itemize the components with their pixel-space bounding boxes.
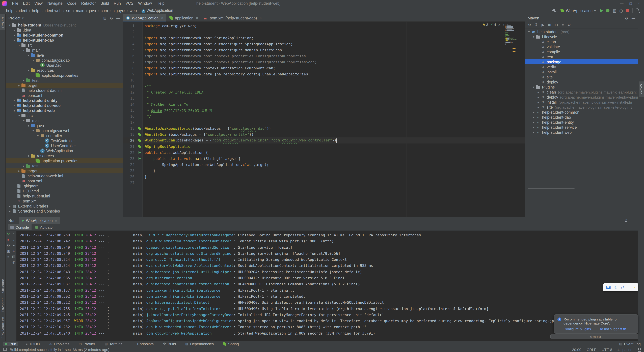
stop-icon[interactable]: ■	[8, 237, 10, 241]
expand-toggle-icon[interactable]: ▾	[26, 53, 30, 57]
menu-help[interactable]: Help	[154, 0, 167, 7]
menu-refactor[interactable]: Refactor	[79, 0, 98, 7]
tree-item-help-student[interactable]: ▾help-student D:\sszl\help-student	[6, 22, 123, 27]
maximize-button[interactable]: □	[630, 1, 632, 5]
caret-position[interactable]: 20:09	[572, 348, 581, 352]
run-tab[interactable]: WebApplication ×	[19, 217, 60, 224]
tree-item-application-properties[interactable]: application.properties	[6, 73, 123, 78]
next-issue-icon[interactable]: ∨	[502, 23, 504, 26]
tool-button-project[interactable]: Project	[0, 14, 5, 30]
project-panel-title[interactable]: Project	[8, 16, 20, 20]
code-line[interactable]: 4import org.springframework.boot.autocon…	[123, 41, 524, 47]
tool-window-button-terminal[interactable]: ▤Terminal	[102, 342, 125, 346]
expand-toggle-icon[interactable]: ▸	[17, 84, 21, 87]
tree-item-application-properties[interactable]: application.properties	[6, 158, 123, 163]
build-hammer-icon[interactable]	[552, 8, 556, 12]
code-line[interactable]: 17	[123, 119, 524, 125]
code-line[interactable]: 27	[123, 180, 524, 186]
run-gutter-icon[interactable]	[136, 156, 142, 162]
code-line[interactable]: 12 * Created By IntelliJ IDEA	[123, 89, 524, 95]
clear-icon[interactable]: ⊘	[12, 260, 15, 264]
code-line[interactable]: 19@EntityScan(basePackages = {"com.ctguy…	[123, 131, 524, 137]
expand-toggle-icon[interactable]: ▸	[12, 33, 16, 37]
tree-item-src[interactable]: ▾src	[6, 113, 123, 118]
tree-item-resources[interactable]: ▾resources	[6, 153, 123, 158]
tree-item-java[interactable]: ▾java	[6, 53, 123, 58]
tree-item-usercontroller[interactable]: UserController	[6, 143, 123, 148]
menu-file[interactable]: File	[10, 0, 21, 7]
tree-item-validate[interactable]: validate	[525, 44, 638, 49]
editor-tab-webapplication[interactable]: CWebApplication×	[123, 14, 166, 21]
code-line[interactable]: 13 *	[123, 95, 524, 101]
up-stack-icon[interactable]: ↑	[13, 232, 15, 236]
tree-item-main[interactable]: ▾main	[6, 118, 123, 123]
hide-panel-icon[interactable]: —	[632, 16, 635, 20]
expand-toggle-icon[interactable]: ▸	[17, 169, 21, 172]
switch-arrows-icon[interactable]: ⇄	[621, 285, 624, 290]
hide-panel-icon[interactable]: —	[116, 16, 120, 20]
menu-view[interactable]: View	[32, 0, 45, 7]
run-configuration-select[interactable]: WebApplication ▾	[559, 8, 597, 12]
run-goal-icon[interactable]: ▶	[542, 23, 544, 27]
input-method-popup[interactable]: En ☾ ⇄ ›	[603, 283, 638, 291]
expand-toggle-icon[interactable]: ▾	[36, 134, 40, 137]
expand-toggle-icon[interactable]: ▾	[22, 119, 26, 122]
close-button[interactable]: ×	[638, 1, 640, 5]
tree-item-install[interactable]: install	[525, 69, 638, 74]
tree-item-help-student-entity[interactable]: ▸help-student-entity	[525, 120, 638, 125]
tree-item-help-student-web[interactable]: ▾help-student-web	[6, 108, 123, 113]
expand-toggle-icon[interactable]: ▸	[22, 164, 26, 167]
expand-toggle-icon[interactable]: ▾	[31, 58, 35, 62]
expand-toggle-icon[interactable]: ▸	[22, 79, 26, 82]
tool-window-button-spring[interactable]: Spring	[221, 342, 241, 346]
tool-window-switcher-icon[interactable]	[3, 348, 7, 351]
spring-bean-gutter-icon[interactable]	[136, 125, 142, 131]
tree-item-help-student-iml[interactable]: help-student.iml	[6, 193, 123, 198]
scroll-end-icon[interactable]: ↧	[12, 249, 15, 253]
tree-item-main[interactable]: ▾main	[6, 48, 123, 53]
tree-item-site[interactable]: site	[525, 74, 638, 79]
breadcrumb-item-help-student[interactable]: help-student	[6, 8, 27, 12]
tree-item-target[interactable]: ▸target	[6, 168, 123, 173]
tree-item-pom-xml[interactable]: pom.xml	[6, 178, 123, 183]
code-line[interactable]: 5import org.springframework.boot.autocon…	[123, 47, 524, 53]
tree-item-testcontroller[interactable]: TestController	[6, 138, 123, 143]
tree-item-help-student[interactable]: ▾help-student (root)	[525, 29, 638, 34]
code-line[interactable]: 21@SpringBootApplication	[123, 143, 524, 149]
expand-toggle-icon[interactable]: ▸	[8, 204, 12, 208]
tree-item-pom-xml[interactable]: pom.xml	[6, 198, 123, 204]
tree-item-gitignore[interactable]: .gitignore	[6, 183, 123, 188]
tree-item-help-student-web-iml[interactable]: help-student-web.iml	[6, 173, 123, 178]
breadcrumb-item-main[interactable]: main	[76, 8, 84, 12]
dump-icon[interactable]: ▣	[7, 249, 10, 253]
code-line[interactable]: 3import org.springframework.boot.SpringA…	[123, 35, 524, 41]
expand-toggle-icon[interactable]: ▸	[536, 100, 540, 104]
expand-toggle-icon[interactable]: ▸	[532, 120, 536, 124]
tree-item-help-student-common[interactable]: ▸help-student-common	[525, 110, 638, 115]
spring-bean-gutter-icon[interactable]	[136, 137, 142, 143]
console-tab-console[interactable]: Console	[8, 224, 32, 230]
tree-item-site[interactable]: ▸site (org.apache.maven.plugins:maven-si…	[525, 105, 638, 110]
tree-item-help-md[interactable]: HELP.md	[6, 188, 123, 193]
expand-toggle-icon[interactable]: ▸	[536, 95, 540, 99]
settings-icon[interactable]: ⚙	[568, 23, 571, 27]
code-line[interactable]: 23 public static void main(String[] args…	[123, 156, 524, 162]
code-line[interactable]: 7import org.springframework.boot.context…	[123, 59, 524, 65]
tree-item-help-student-service[interactable]: ▸help-student-service	[525, 125, 638, 130]
tree-item-com-ctguyxr-web[interactable]: ▾com.ctguyxr.web	[6, 128, 123, 133]
expand-toggle-icon[interactable]: ▾	[12, 109, 16, 112]
download-sources-icon[interactable]: ↧	[535, 23, 538, 27]
tool-window-button-dependencies[interactable]: ▥Dependencies	[183, 342, 216, 346]
collapse-all-icon[interactable]: ⊟	[103, 16, 106, 20]
expand-all-icon[interactable]: ⊞	[548, 23, 551, 27]
tree-item-userdao[interactable]: UserDao	[6, 63, 123, 68]
tree-item-idea[interactable]: ▸.idea	[6, 27, 123, 32]
tree-item-com-ctguyxr-dao[interactable]: ▾com.ctguyxr.dao	[6, 58, 123, 63]
ime-language-label[interactable]: En	[606, 285, 611, 290]
tree-item-help-student-entity[interactable]: ▸help-student-entity	[6, 98, 123, 103]
read-only-lock-icon[interactable]	[638, 348, 641, 352]
tree-item-webapplication[interactable]: WebApplication	[6, 148, 123, 153]
tree-item-test[interactable]: test	[525, 54, 638, 59]
inspections-widget[interactable]: A 2 ✓ 4 ∧ ∨	[483, 22, 504, 26]
code-line[interactable]: 10	[123, 77, 524, 83]
